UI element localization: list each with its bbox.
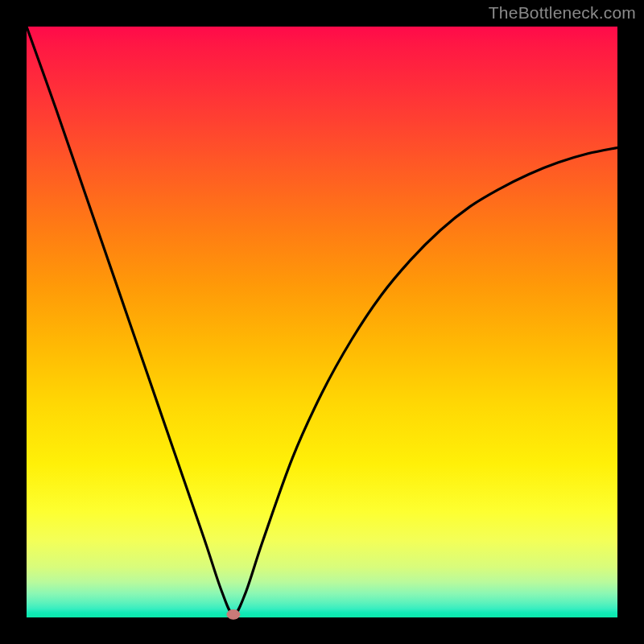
bottleneck-curve-svg [27, 27, 617, 617]
curve-minimum-marker [227, 609, 240, 619]
chart-plot-area [27, 27, 617, 617]
chart-frame: TheBottleneck.com [0, 0, 644, 644]
bottleneck-curve [27, 27, 617, 614]
watermark-label: TheBottleneck.com [489, 3, 636, 23]
